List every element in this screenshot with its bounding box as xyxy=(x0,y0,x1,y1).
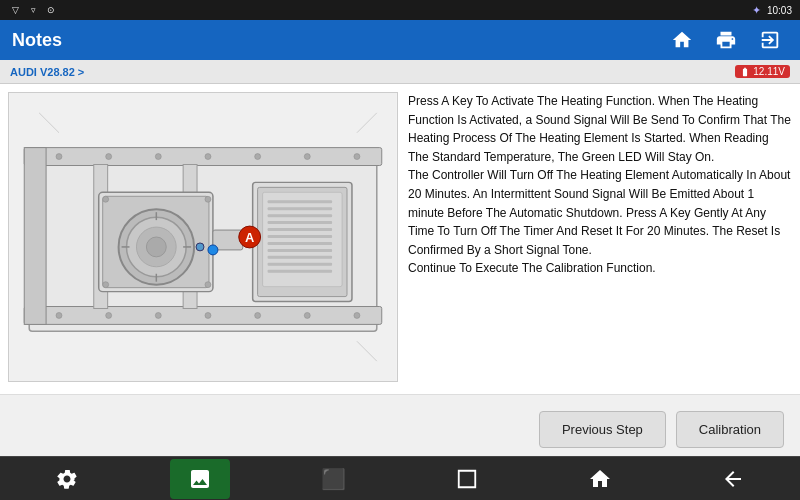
svg-point-32 xyxy=(205,196,211,202)
svg-point-14 xyxy=(155,312,161,318)
svg-rect-50 xyxy=(268,263,333,266)
svg-point-54 xyxy=(208,245,218,255)
svg-point-8 xyxy=(205,154,211,160)
instruction-paragraph: Press A Key To Activate The Heating Func… xyxy=(408,92,792,278)
header-actions xyxy=(664,24,788,56)
diagram-panel: A xyxy=(8,92,398,382)
svg-point-5 xyxy=(56,154,62,160)
print-icon xyxy=(715,29,737,51)
sub-header: AUDI V28.82 > 12.11V xyxy=(0,60,800,84)
signal-icon-2: ▿ xyxy=(26,3,40,17)
svg-point-18 xyxy=(354,312,360,318)
obd-icon: ⊙ xyxy=(44,3,58,17)
status-left-icons: ▽ ▿ ⊙ xyxy=(8,3,58,17)
previous-step-button[interactable]: Previous Step xyxy=(539,411,666,448)
home-button[interactable] xyxy=(664,24,700,56)
svg-point-11 xyxy=(354,154,360,160)
home-icon xyxy=(671,29,693,51)
square-nav-button[interactable] xyxy=(437,459,497,499)
home-nav-icon xyxy=(588,467,612,491)
vci-icon: ⬛ xyxy=(321,467,346,491)
back-nav-button[interactable] xyxy=(703,459,763,499)
bottom-nav-bar: ⬛ xyxy=(0,456,800,500)
page-title: Notes xyxy=(12,30,62,51)
svg-rect-3 xyxy=(24,307,382,325)
vci-nav-button[interactable]: ⬛ xyxy=(303,459,363,499)
signal-icon: ▽ xyxy=(8,3,22,17)
svg-point-37 xyxy=(196,243,204,251)
exit-icon xyxy=(759,29,781,51)
svg-point-34 xyxy=(205,282,211,288)
svg-rect-49 xyxy=(268,256,333,259)
svg-text:A: A xyxy=(245,230,254,245)
diagram-svg: A xyxy=(9,93,397,381)
svg-point-7 xyxy=(155,154,161,160)
svg-point-17 xyxy=(304,312,310,318)
time-display: 10:03 xyxy=(767,5,792,16)
svg-point-10 xyxy=(304,154,310,160)
svg-point-6 xyxy=(106,154,112,160)
svg-rect-44 xyxy=(268,221,333,224)
svg-point-9 xyxy=(255,154,261,160)
svg-rect-41 xyxy=(268,200,333,203)
svg-point-15 xyxy=(205,312,211,318)
bluetooth-icon: ✦ xyxy=(752,4,761,17)
status-right: ✦ 10:03 xyxy=(752,4,792,17)
svg-rect-51 xyxy=(268,270,333,273)
settings-nav-button[interactable] xyxy=(37,459,97,499)
svg-rect-43 xyxy=(268,214,333,217)
status-bar: ▽ ▿ ⊙ ✦ 10:03 xyxy=(0,0,800,20)
svg-rect-42 xyxy=(268,207,333,210)
image-nav-button[interactable] xyxy=(170,459,230,499)
settings-icon xyxy=(55,467,79,491)
instruction-text: Press A Key To Activate The Heating Func… xyxy=(408,92,792,386)
exit-button[interactable] xyxy=(752,24,788,56)
svg-point-12 xyxy=(56,312,62,318)
print-button[interactable] xyxy=(708,24,744,56)
battery-icon xyxy=(740,67,750,77)
svg-rect-47 xyxy=(268,242,333,245)
voltage-badge: 12.11V xyxy=(735,65,790,78)
svg-point-31 xyxy=(103,196,109,202)
svg-point-16 xyxy=(255,312,261,318)
svg-point-33 xyxy=(103,282,109,288)
svg-rect-48 xyxy=(268,249,333,252)
header-bar: Notes xyxy=(0,20,800,60)
svg-rect-46 xyxy=(268,235,333,238)
image-icon xyxy=(188,467,212,491)
square-icon xyxy=(456,468,478,490)
svg-point-13 xyxy=(106,312,112,318)
svg-rect-4 xyxy=(24,148,46,325)
calibration-button[interactable]: Calibration xyxy=(676,411,784,448)
home-nav-button[interactable] xyxy=(570,459,630,499)
action-buttons-area: Previous Step Calibration xyxy=(0,394,800,464)
svg-rect-2 xyxy=(24,148,382,166)
main-content: A Press A Key To Activate The Heating Fu… xyxy=(0,84,800,394)
vin-label: AUDI V28.82 > xyxy=(10,66,84,78)
svg-point-26 xyxy=(146,237,166,257)
back-icon xyxy=(721,467,745,491)
svg-rect-45 xyxy=(268,228,333,231)
voltage-value: 12.11V xyxy=(753,66,785,77)
